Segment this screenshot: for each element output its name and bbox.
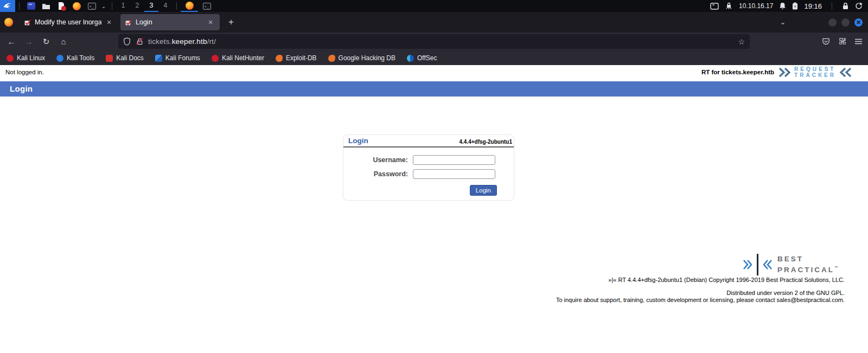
- bookmark-label: Google Hacking DB: [339, 54, 395, 62]
- workspace-3-active[interactable]: 3: [144, 0, 158, 12]
- ghdb-favicon: [328, 55, 335, 62]
- page-title-bar: Login: [0, 81, 868, 97]
- rt-version: 4.4.4+dfsg-2ubuntu1: [459, 139, 513, 145]
- forward-button[interactable]: →: [22, 35, 36, 49]
- login-button[interactable]: Login: [470, 185, 497, 196]
- pocket-icon[interactable]: [822, 37, 830, 46]
- bookmark-kali-linux[interactable]: Kali Linux: [7, 54, 45, 62]
- exploit-db-favicon: [276, 55, 283, 62]
- bookmark-kali-tools[interactable]: Kali Tools: [56, 54, 94, 62]
- folder-icon: [42, 3, 50, 10]
- launcher-dropdown-chevron-icon[interactable]: ⌄: [99, 3, 108, 9]
- username-input[interactable]: [413, 155, 495, 165]
- launcher-text-editor[interactable]: [54, 0, 69, 12]
- clock[interactable]: 19:16: [804, 2, 822, 10]
- workspace-4[interactable]: 4: [158, 0, 173, 12]
- logout-power-icon[interactable]: [855, 2, 863, 10]
- bookmark-label: Kali Forums: [165, 54, 200, 62]
- extensions-puzzle-icon[interactable]: [838, 37, 846, 46]
- tab-title: Login: [136, 18, 203, 26]
- new-tab-button[interactable]: +: [224, 15, 238, 29]
- bookmark-kali-nethunter[interactable]: Kali NetHunter: [212, 54, 264, 62]
- tab-modify-user[interactable]: Modify the user lnorgaard ×: [20, 14, 118, 30]
- kali-menu-button[interactable]: [0, 0, 15, 12]
- kali-linux-favicon: [7, 55, 14, 62]
- tab-login-active[interactable]: Login ×: [120, 14, 220, 30]
- url-domain: keeper.htb: [172, 37, 207, 46]
- taskbar-separator: [832, 2, 832, 10]
- request-tracker-logo: REQUESTTRACKER: [778, 66, 852, 78]
- firefox-icon: [186, 2, 194, 10]
- launcher-file-manager[interactable]: [39, 0, 54, 12]
- footer-contact: To inquire about support, training, cust…: [556, 297, 845, 303]
- terminal-icon: ›_: [88, 3, 96, 10]
- footer-copyright: »|« RT 4.4.4+dfsg-2ubuntu1 (Debian) Copy…: [556, 277, 845, 283]
- menu-hamburger-icon[interactable]: [854, 38, 863, 45]
- double-chevron-left-icon: [839, 67, 852, 78]
- reload-button[interactable]: ↻: [39, 35, 53, 49]
- taskbar-window-terminal[interactable]: ›_: [198, 0, 215, 12]
- bookmark-kali-docs[interactable]: Kali Docs: [106, 54, 144, 62]
- bookmark-google-hacking-db[interactable]: Google Hacking DB: [328, 54, 395, 62]
- taskbar-separator: [176, 2, 177, 10]
- window-close-button[interactable]: ✕: [854, 18, 863, 27]
- login-box: Login 4.4.4+dfsg-2ubuntu1 Username: Pass…: [343, 134, 514, 201]
- vpn-network-icon[interactable]: [725, 2, 733, 10]
- firefox-icon: [73, 2, 81, 10]
- terminal-icon: ›_: [203, 3, 211, 10]
- tab-close-icon[interactable]: ×: [206, 18, 215, 27]
- workspace-2[interactable]: 2: [130, 0, 144, 12]
- launcher-whisker-menu[interactable]: [23, 0, 39, 12]
- bp-logo-bar: [757, 254, 758, 275]
- window-minimize-button[interactable]: [828, 18, 837, 27]
- tray-window-icon[interactable]: [710, 3, 719, 10]
- bookmark-label: Kali NetHunter: [222, 54, 264, 62]
- bp-chevron-left-icon: [763, 258, 773, 271]
- workspace-1[interactable]: 1: [116, 0, 130, 12]
- url-bar[interactable]: tickets.keeper.htb/rt/ ☆: [118, 34, 750, 49]
- username-label: Username:: [343, 156, 413, 164]
- kali-nethunter-favicon: [212, 55, 219, 62]
- bookmark-offsec[interactable]: OffSec: [407, 54, 437, 62]
- taskbar-separator: [19, 2, 20, 10]
- bookmark-kali-forums[interactable]: Kali Forums: [155, 54, 200, 62]
- best-practical-logo: BEST PRACTICAL™: [743, 254, 838, 275]
- login-box-title: Login: [348, 137, 368, 145]
- offsec-favicon: [407, 55, 414, 62]
- kali-logo-icon: [3, 2, 12, 10]
- password-input[interactable]: [413, 169, 495, 179]
- bookmarks-toolbar: Kali Linux Kali Tools Kali Docs Kali For…: [0, 50, 868, 65]
- bp-chevron-right-icon: [743, 258, 752, 271]
- bookmark-label: Kali Linux: [17, 54, 45, 62]
- tab-close-icon[interactable]: ×: [105, 18, 113, 27]
- bookmark-label: Kali Docs: [116, 54, 144, 62]
- taskbar-separator: [112, 2, 112, 10]
- window-maximize-button[interactable]: [841, 18, 850, 27]
- blue-window-icon: [27, 2, 35, 10]
- tracking-shield-icon[interactable]: [123, 37, 131, 46]
- list-all-tabs-chevron-icon[interactable]: ⌄: [780, 18, 786, 26]
- bookmark-exploit-db[interactable]: Exploit-DB: [276, 54, 317, 62]
- document-icon: [58, 2, 65, 10]
- launcher-firefox[interactable]: [69, 0, 84, 12]
- notification-bell-icon[interactable]: [779, 2, 786, 10]
- bookmark-star-icon[interactable]: ☆: [738, 37, 745, 46]
- vpn-ip-address: 10.10.16.17: [739, 2, 773, 10]
- kali-tools-favicon: [56, 55, 63, 62]
- launcher-terminal[interactable]: ›_: [84, 0, 99, 12]
- rt-login-page: Not logged in. RT for tickets.keeper.htb…: [0, 65, 868, 353]
- insecure-lock-icon[interactable]: [136, 37, 144, 46]
- home-button[interactable]: ⌂: [56, 35, 71, 49]
- page-footer: »|« RT 4.4.4+dfsg-2ubuntu1 (Debian) Copy…: [556, 277, 845, 303]
- battery-icon[interactable]: [792, 2, 798, 10]
- firefox-logo-icon: [4, 18, 13, 27]
- kali-docs-favicon: [106, 55, 113, 62]
- taskbar-window-firefox[interactable]: [181, 0, 198, 12]
- browser-tab-bar: Modify the user lnorgaard × Login × + ⌄ …: [0, 12, 868, 33]
- best-practical-wordmark: BEST PRACTICAL™: [777, 255, 838, 274]
- footer-gpl: Distributed under version 2 of the GNU G…: [556, 290, 845, 296]
- login-status-text: Not logged in.: [5, 69, 44, 75]
- screen-lock-icon[interactable]: [842, 2, 849, 10]
- back-button[interactable]: ←: [4, 35, 18, 49]
- url-text: tickets.keeper.htb/rt/: [148, 37, 216, 46]
